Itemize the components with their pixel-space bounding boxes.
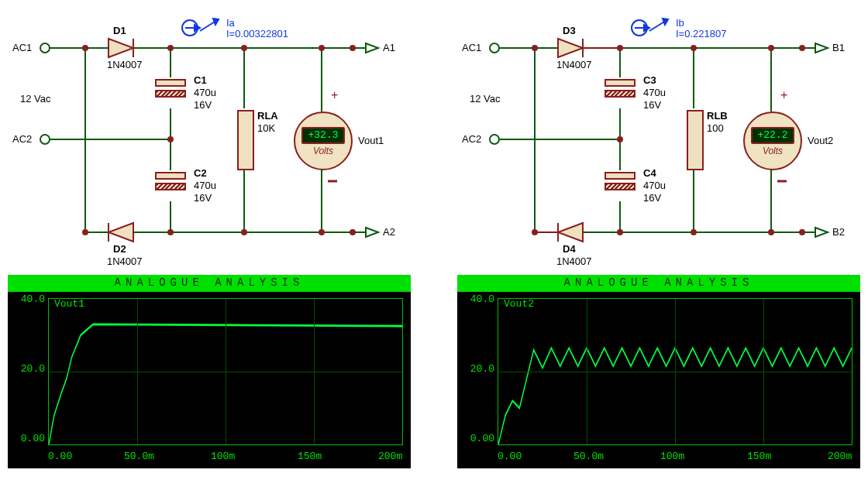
- graph-a-x2: 100m: [211, 451, 235, 462]
- port-a2: A2: [383, 226, 395, 238]
- rla-val: 10K: [257, 122, 275, 134]
- cap-c1: [155, 79, 186, 98]
- svg-text:+: +: [331, 88, 338, 101]
- rla-ref: RLA: [257, 110, 278, 122]
- svg-point-22: [350, 46, 355, 50]
- c4-rat: 16V: [643, 192, 661, 204]
- svg-point-65: [800, 46, 804, 50]
- d3-part: 1N4007: [556, 59, 592, 70]
- c3-ref: C3: [643, 74, 656, 86]
- voltmeter-a-value: +32.3: [301, 127, 345, 144]
- svg-point-26: [242, 230, 246, 235]
- svg-point-23: [168, 137, 173, 142]
- graph-b-x1: 50.0m: [574, 451, 604, 462]
- svg-point-71: [800, 230, 804, 235]
- diode-d4: [558, 223, 583, 242]
- graph-a-x1: 50.0m: [124, 451, 154, 462]
- vsource-a: 12 Vac: [20, 93, 51, 105]
- svg-point-20: [242, 46, 246, 50]
- vout2-label: Vout2: [808, 135, 833, 146]
- res-rla: [237, 110, 254, 170]
- d1-part: 1N4007: [107, 59, 143, 70]
- graph-b-x2: 100m: [660, 451, 684, 462]
- port-b2: B2: [832, 226, 845, 238]
- cap-c2: [155, 172, 186, 190]
- svg-point-69: [691, 230, 696, 235]
- graph-b-y0: 40.0: [459, 293, 494, 305]
- port-a1: A1: [383, 42, 395, 53]
- graph-vout2: ANALOGUE ANALYSIS Vout2 40.0 20.0 0.00 0…: [457, 275, 860, 468]
- probe-a-name: Ia: [226, 17, 235, 29]
- svg-marker-33: [108, 223, 133, 242]
- svg-point-66: [618, 137, 622, 142]
- svg-marker-80: [644, 25, 649, 31]
- c3-rat: 16V: [643, 99, 661, 111]
- graph-a-x3: 150m: [298, 451, 322, 462]
- graph-a-x0: 0.00: [48, 451, 72, 462]
- port-ac2-b: AC2: [462, 133, 481, 145]
- schematic-b: + +22.2 Volts AC1 AC2 B1 B2 12 Vac D3 1N…: [457, 8, 860, 263]
- graph-vout1: ANALOGUE ANALYSIS Vout1 40.0 20.0 0.00 0…: [8, 275, 411, 468]
- vout1-label: Vout1: [358, 135, 384, 146]
- voltmeter-b-value: +22.2: [751, 127, 794, 144]
- svg-marker-7: [366, 228, 378, 237]
- diode-d2: [97, 223, 147, 242]
- stage: + +32.3 Volts AC1 AC2 A1 A2 12 Vac D1 1N…: [0, 0, 868, 480]
- svg-point-19: [168, 46, 173, 50]
- voltmeter-a-unit: Volts: [295, 146, 351, 156]
- svg-marker-6: [366, 43, 378, 53]
- svg-point-18: [83, 46, 88, 50]
- graph-a-y0: 40.0: [9, 293, 45, 305]
- d4-ref: D4: [563, 243, 576, 255]
- c1-ref: C1: [194, 74, 207, 86]
- c2-ref: C2: [194, 167, 207, 179]
- graph-a-plot: [48, 298, 403, 445]
- schematic-a: + +32.3 Volts AC1 AC2 A1 A2 12 Vac D1 1N…: [8, 8, 411, 263]
- graph-a-y1: 20.0: [9, 363, 45, 375]
- graph-b-title: ANALOGUE ANALYSIS: [457, 276, 860, 289]
- d4-part: 1N4007: [556, 255, 592, 267]
- svg-point-0: [40, 43, 50, 53]
- svg-marker-82: [663, 19, 668, 25]
- c1-rat: 16V: [194, 99, 212, 111]
- d2-ref: D2: [113, 243, 126, 255]
- graph-b-y2: 0.00: [459, 433, 494, 444]
- svg-point-63: [691, 46, 696, 50]
- d2-part: 1N4007: [107, 255, 143, 267]
- svg-point-64: [769, 46, 773, 50]
- c2-val: 470u: [194, 180, 216, 191]
- svg-point-70: [769, 230, 773, 235]
- svg-point-28: [350, 230, 355, 235]
- voltmeter-a: +32.3 Volts: [294, 111, 353, 170]
- c3-val: 470u: [643, 87, 666, 98]
- svg-marker-39: [195, 25, 200, 31]
- vsource-b: 12 Vac: [470, 93, 501, 105]
- graph-b-plot: [498, 298, 852, 445]
- cap-c3: [604, 79, 636, 98]
- port-ac1-b: AC1: [462, 42, 481, 53]
- current-probe-icon: [632, 19, 668, 36]
- graph-b-trace-label: Vout2: [504, 298, 534, 310]
- graph-b-y1: 20.0: [459, 363, 494, 375]
- c4-ref: C4: [643, 167, 656, 179]
- c2-rat: 16V: [194, 192, 212, 204]
- svg-marker-50: [815, 43, 828, 53]
- graph-b-x0: 0.00: [498, 451, 522, 462]
- graph-a-x4: 200m: [378, 451, 402, 462]
- svg-point-2: [40, 135, 50, 144]
- svg-marker-76: [558, 223, 583, 242]
- c1-val: 470u: [194, 87, 216, 98]
- diode-d1: [97, 39, 147, 57]
- voltmeter-b-unit: Volts: [745, 146, 801, 156]
- d3-ref: D3: [563, 25, 576, 36]
- graph-a-title: ANALOGUE ANALYSIS: [8, 276, 411, 289]
- svg-point-21: [319, 46, 324, 50]
- current-probe-icon: [182, 19, 219, 36]
- svg-point-46: [490, 135, 499, 144]
- port-ac2-a: AC2: [12, 133, 32, 145]
- probe-a-val: I=0.00322801: [226, 28, 288, 39]
- svg-marker-41: [213, 19, 219, 25]
- port-b1: B1: [832, 42, 845, 53]
- svg-marker-51: [815, 228, 828, 237]
- svg-marker-29: [108, 39, 133, 57]
